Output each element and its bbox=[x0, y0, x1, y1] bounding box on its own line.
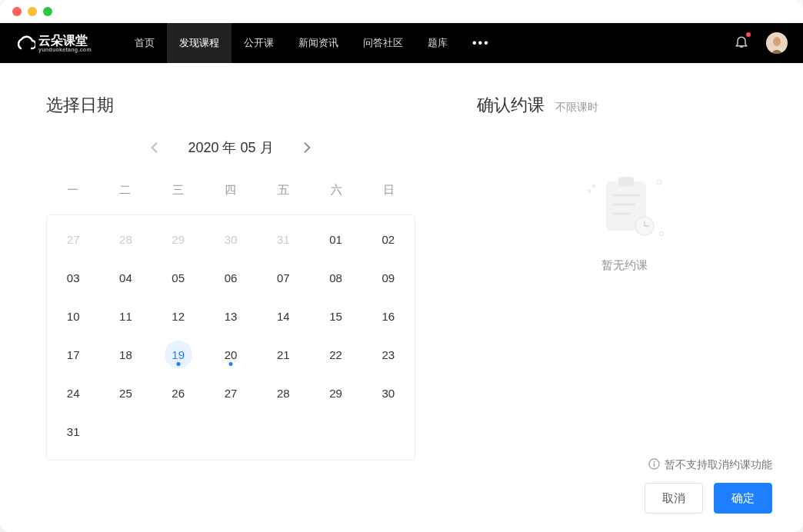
event-dot-icon bbox=[176, 362, 180, 366]
cancel-button[interactable]: 取消 bbox=[645, 483, 703, 514]
nav-item-3[interactable]: 新闻资讯 bbox=[286, 23, 351, 63]
next-month-button[interactable] bbox=[300, 140, 315, 155]
calendar-day[interactable]: 27 bbox=[205, 374, 257, 412]
nav-items: 首页发现课程公开课新闻资讯问答社区题库 bbox=[122, 23, 460, 63]
calendar-day[interactable]: 07 bbox=[257, 258, 309, 297]
empty-state: 暂无约课 bbox=[477, 171, 772, 273]
calendar-day[interactable]: 17 bbox=[47, 335, 99, 374]
calendar-day[interactable]: 18 bbox=[99, 335, 152, 374]
warning-row: 暂不支持取消约课功能 bbox=[648, 458, 772, 472]
svg-point-3 bbox=[657, 180, 661, 185]
calendar-header: 2020 年 05 月 bbox=[46, 138, 415, 157]
logo-text: 云朵课堂 bbox=[38, 35, 92, 47]
nav-more-icon[interactable]: ••• bbox=[460, 36, 502, 50]
confirm-button[interactable]: 确定 bbox=[714, 483, 772, 514]
nav-item-4[interactable]: 问答社区 bbox=[351, 23, 415, 63]
date-panel: 选择日期 2020 年 05 月 一二三四五六日 272829303101020… bbox=[46, 94, 415, 514]
svg-rect-6 bbox=[618, 177, 634, 186]
app-window: 云朵课堂 yunduoketang.com 首页发现课程公开课新闻资讯问答社区题… bbox=[0, 0, 803, 532]
calendar-day[interactable]: 19 bbox=[152, 335, 205, 374]
calendar-day[interactable]: 06 bbox=[205, 258, 257, 297]
svg-point-2 bbox=[592, 185, 595, 188]
logo-subtext: yunduoketang.com bbox=[38, 47, 92, 52]
calendar-day[interactable]: 04 bbox=[99, 258, 152, 297]
weekday-label: 一 bbox=[46, 175, 99, 205]
notification-dot-icon bbox=[746, 32, 751, 37]
calendar-grid: 2728293031010203040506070809101112131415… bbox=[47, 220, 415, 451]
calendar-day[interactable]: 14 bbox=[257, 297, 309, 335]
svg-point-4 bbox=[660, 232, 664, 236]
calendar-day[interactable]: 03 bbox=[47, 258, 99, 297]
calendar-day[interactable]: 16 bbox=[362, 297, 415, 335]
nav-item-5[interactable]: 题库 bbox=[415, 23, 460, 63]
traffic-min-icon[interactable] bbox=[28, 7, 37, 16]
svg-point-12 bbox=[654, 461, 655, 463]
confirm-subtitle: 不限课时 bbox=[555, 101, 598, 115]
calendar-day[interactable]: 29 bbox=[309, 374, 362, 412]
weekday-label: 四 bbox=[205, 175, 258, 205]
calendar-grid-wrap: 2728293031010203040506070809101112131415… bbox=[46, 214, 415, 461]
warning-text: 暂不支持取消约课功能 bbox=[665, 458, 772, 472]
calendar-day[interactable]: 10 bbox=[47, 297, 99, 335]
confirm-panel: 确认约课 不限课时 bbox=[415, 94, 772, 514]
nav-item-2[interactable]: 公开课 bbox=[232, 23, 286, 63]
nav-item-0[interactable]: 首页 bbox=[122, 23, 167, 63]
avatar[interactable] bbox=[766, 32, 788, 54]
empty-text: 暂无约课 bbox=[601, 258, 648, 273]
calendar-day[interactable]: 11 bbox=[99, 297, 152, 335]
calendar-day[interactable]: 02 bbox=[362, 220, 415, 258]
calendar-day[interactable]: 09 bbox=[362, 258, 415, 297]
calendar-day[interactable]: 05 bbox=[152, 258, 205, 297]
nav-item-1[interactable]: 发现课程 bbox=[167, 23, 232, 63]
calendar-day: 30 bbox=[205, 220, 257, 258]
weekday-row: 一二三四五六日 bbox=[46, 175, 415, 205]
notification-bell-icon[interactable] bbox=[734, 34, 749, 52]
empty-clipboard-icon bbox=[578, 171, 671, 248]
month-label: 2020 年 05 月 bbox=[188, 138, 273, 157]
weekday-label: 日 bbox=[362, 175, 415, 205]
cloud-icon bbox=[15, 35, 35, 52]
logo[interactable]: 云朵课堂 yunduoketang.com bbox=[15, 35, 92, 52]
calendar-day: 28 bbox=[99, 220, 152, 258]
calendar-day[interactable]: 26 bbox=[152, 374, 205, 412]
traffic-close-icon[interactable] bbox=[12, 7, 22, 16]
calendar-day[interactable]: 12 bbox=[152, 297, 205, 335]
calendar-day: 27 bbox=[47, 220, 99, 258]
weekday-label: 二 bbox=[99, 175, 152, 205]
weekday-label: 五 bbox=[257, 175, 310, 205]
navbar: 云朵课堂 yunduoketang.com 首页发现课程公开课新闻资讯问答社区题… bbox=[0, 23, 803, 63]
calendar-day: 31 bbox=[257, 220, 309, 258]
info-icon bbox=[648, 458, 660, 472]
weekday-label: 三 bbox=[152, 175, 205, 205]
calendar-day[interactable]: 24 bbox=[47, 374, 99, 412]
weekday-label: 六 bbox=[310, 175, 363, 205]
event-dot-icon bbox=[228, 362, 232, 366]
calendar-day[interactable]: 22 bbox=[309, 335, 362, 374]
titlebar bbox=[0, 0, 803, 23]
calendar-day[interactable]: 20 bbox=[205, 335, 257, 374]
svg-rect-13 bbox=[654, 464, 655, 467]
traffic-max-icon[interactable] bbox=[43, 7, 52, 16]
calendar-day[interactable]: 25 bbox=[99, 374, 152, 412]
date-panel-title: 选择日期 bbox=[46, 94, 415, 117]
calendar-day[interactable]: 15 bbox=[309, 297, 362, 335]
calendar-day: 29 bbox=[152, 220, 205, 258]
calendar-day[interactable]: 31 bbox=[47, 412, 99, 451]
svg-point-1 bbox=[773, 37, 781, 46]
calendar-day[interactable]: 28 bbox=[257, 374, 309, 412]
calendar-day[interactable]: 23 bbox=[362, 335, 415, 374]
calendar-day[interactable]: 21 bbox=[257, 335, 309, 374]
confirm-title: 确认约课 bbox=[477, 94, 545, 117]
calendar-day[interactable]: 13 bbox=[205, 297, 257, 335]
calendar-day[interactable]: 30 bbox=[362, 374, 415, 412]
prev-month-button[interactable] bbox=[146, 140, 162, 155]
calendar-day[interactable]: 08 bbox=[309, 258, 362, 297]
calendar-day[interactable]: 01 bbox=[309, 220, 362, 258]
